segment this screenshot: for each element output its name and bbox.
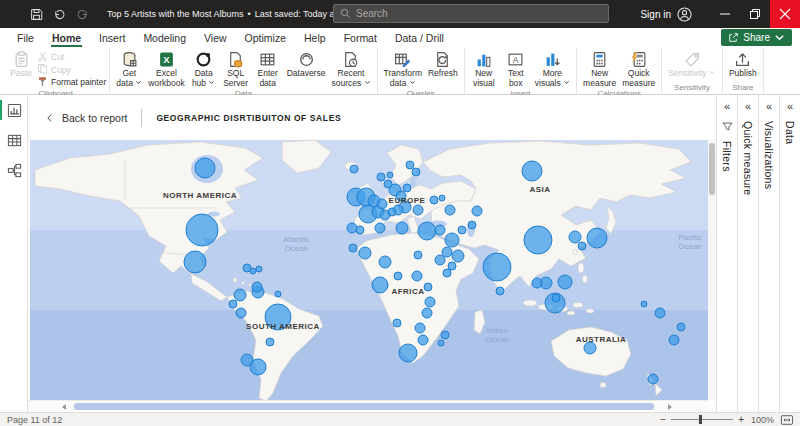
minimize-button[interactable]	[710, 0, 740, 28]
sales-bubble[interactable]	[439, 195, 445, 201]
sales-bubble[interactable]	[393, 319, 401, 327]
horizontal-scrollbar[interactable]	[28, 400, 708, 411]
sales-bubble[interactable]	[445, 233, 459, 247]
zoom-out-button[interactable]: −	[660, 415, 666, 425]
sign-in-button[interactable]: Sign in	[640, 7, 692, 22]
sales-bubble[interactable]	[375, 223, 385, 233]
tab-insert[interactable]: Insert	[90, 28, 134, 47]
tab-view[interactable]: View	[195, 28, 236, 47]
sales-bubble[interactable]	[522, 161, 542, 181]
sales-bubble[interactable]	[435, 255, 445, 265]
sales-bubble[interactable]	[418, 222, 436, 240]
sales-bubble[interactable]	[394, 272, 402, 280]
more-visuals-button[interactable]: Morevisuals	[532, 48, 573, 89]
publish-button[interactable]: Publish	[726, 48, 760, 83]
back-to-report-link[interactable]: Back to report	[45, 112, 127, 124]
sales-bubble[interactable]	[532, 278, 542, 288]
sales-bubble[interactable]	[399, 344, 417, 362]
model-view-button[interactable]	[0, 155, 28, 185]
search-input[interactable]	[356, 8, 602, 19]
sales-bubble[interactable]	[443, 269, 451, 277]
sales-bubble[interactable]	[415, 323, 425, 333]
format-painter-button[interactable]: Format painter	[37, 76, 106, 89]
sales-bubble[interactable]	[388, 208, 396, 216]
sales-bubble[interactable]	[356, 226, 364, 234]
sales-bubble[interactable]	[669, 335, 679, 345]
horizontal-scrollbar-thumb[interactable]	[74, 403, 654, 410]
zoom-thumb[interactable]	[699, 415, 702, 424]
restore-button[interactable]	[740, 0, 770, 28]
sql-server-button[interactable]: SQLServer	[220, 48, 252, 89]
panel-quick-measure[interactable]: «Quick measure	[737, 95, 758, 412]
sales-bubble[interactable]	[236, 308, 246, 318]
vertical-scrollbar-thumb[interactable]	[709, 143, 715, 195]
sales-bubble[interactable]	[552, 294, 560, 302]
sales-bubble[interactable]	[372, 277, 388, 293]
report-view-button[interactable]	[0, 95, 28, 125]
panel-filters[interactable]: «Filters	[716, 95, 737, 412]
data-view-button[interactable]	[0, 125, 28, 155]
sales-bubble[interactable]	[442, 247, 452, 257]
scroll-right-arrow[interactable]	[668, 404, 672, 410]
sales-bubble[interactable]	[496, 287, 504, 295]
quick-measure-button[interactable]: Quickmeasure	[619, 48, 658, 89]
expand-panel-icon[interactable]: «	[724, 101, 730, 112]
sales-bubble[interactable]	[241, 354, 253, 366]
sales-bubble[interactable]	[229, 300, 237, 308]
sales-bubble[interactable]	[438, 340, 444, 346]
new-visual-button[interactable]: Newvisual	[468, 48, 500, 89]
sales-bubble[interactable]	[396, 222, 408, 234]
sales-bubble[interactable]	[445, 205, 455, 215]
new-measure-button[interactable]: Newmeasure	[580, 48, 619, 89]
dataverse-button[interactable]: Dataverse	[284, 48, 329, 89]
tab-file[interactable]: File	[8, 28, 43, 47]
transform-data-button[interactable]: Transformdata	[381, 48, 425, 89]
sales-bubble[interactable]	[458, 226, 466, 234]
sales-bubble[interactable]	[377, 173, 385, 181]
sales-bubble[interactable]	[250, 268, 256, 274]
sales-bubble[interactable]	[430, 196, 438, 204]
sales-bubble[interactable]	[655, 308, 665, 318]
enter-data-button[interactable]: Enterdata	[252, 48, 284, 89]
tab-optimize[interactable]: Optimize	[236, 28, 295, 47]
zoom-in-button[interactable]: +	[738, 415, 744, 425]
sales-bubble[interactable]	[256, 266, 262, 272]
sales-bubble[interactable]	[448, 262, 456, 270]
sales-bubble[interactable]	[424, 283, 432, 291]
sales-bubble[interactable]	[677, 323, 685, 331]
map-visual[interactable]: AtlanticOceanIndianOceanPacificOcean NOR…	[30, 140, 708, 400]
sales-bubble[interactable]	[414, 251, 422, 259]
sales-bubble[interactable]	[648, 374, 658, 384]
tab-modeling[interactable]: Modeling	[134, 28, 195, 47]
tab-home[interactable]: Home	[43, 28, 90, 47]
tab-help[interactable]: Help	[295, 28, 335, 47]
fit-to-page-button[interactable]	[781, 415, 793, 425]
paste-button[interactable]: Paste	[5, 48, 37, 89]
sales-bubble[interactable]	[347, 223, 357, 233]
close-button[interactable]	[770, 0, 800, 28]
share-button[interactable]: Share	[721, 29, 792, 46]
sales-bubble[interactable]	[195, 158, 215, 178]
sales-bubble[interactable]	[349, 244, 357, 252]
cut-button[interactable]: Cut	[37, 51, 106, 64]
sales-bubble[interactable]	[275, 291, 281, 297]
zoom-track[interactable]	[671, 419, 733, 420]
sales-bubble[interactable]	[578, 242, 586, 250]
sales-bubble[interactable]	[384, 180, 392, 188]
get-data-button[interactable]: Getdata	[113, 48, 145, 89]
undo-icon[interactable]	[53, 8, 66, 21]
save-icon[interactable]	[30, 8, 43, 21]
sales-bubble[interactable]	[252, 282, 262, 292]
sales-bubble[interactable]	[558, 275, 572, 289]
sales-bubble[interactable]	[569, 231, 581, 243]
refresh-button[interactable]: Refresh	[425, 48, 461, 89]
excel-workbook-button[interactable]: XExcelworkbook	[145, 48, 187, 89]
sales-bubble[interactable]	[587, 228, 607, 248]
sales-bubble[interactable]	[472, 206, 482, 216]
sensitivity-button[interactable]: Sensitivity	[665, 48, 719, 83]
sales-bubble[interactable]	[452, 250, 464, 262]
sales-bubble[interactable]	[435, 225, 445, 235]
sales-bubble[interactable]	[186, 214, 218, 246]
sales-bubble[interactable]	[234, 289, 246, 301]
sales-bubble[interactable]	[468, 221, 476, 229]
